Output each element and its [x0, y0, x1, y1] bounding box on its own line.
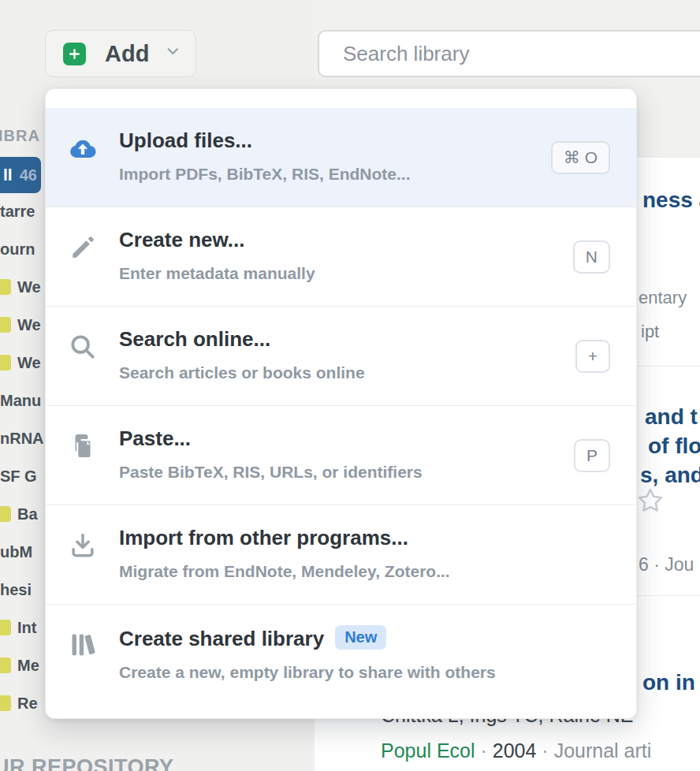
search-input[interactable]	[318, 30, 700, 77]
library-icon	[68, 630, 98, 660]
menu-item-subtitle: Migrate from EndNote, Mendeley, Zotero..…	[119, 562, 450, 581]
sidebar-item-journals[interactable]: ourn	[0, 239, 35, 259]
sidebar-item-manuscripts[interactable]: Manu	[0, 390, 41, 411]
paper-year: 2004	[493, 739, 537, 762]
menu-item-title: Upload files...	[119, 128, 252, 152]
folder-icon	[0, 657, 11, 673]
shortcut-badge: +	[575, 340, 610, 373]
download-icon	[68, 531, 98, 561]
sidebar-item-mrna[interactable]: nRNA	[0, 428, 44, 449]
paper-title[interactable]: ness a	[642, 188, 700, 213]
sidebar-item-folder[interactable]: Int	[0, 617, 36, 638]
sidebar-item-folder[interactable]: Ba	[0, 504, 38, 524]
paper-title[interactable]: on in	[642, 670, 695, 695]
pencil-icon	[68, 233, 98, 263]
sidebar-item-folder[interactable]: Me	[0, 655, 39, 676]
menu-item-title: Create new...	[119, 228, 244, 251]
menu-item-create-shared-library[interactable]: Create shared libraryNew Create a new, e…	[46, 605, 636, 719]
paper-meta: 6 · Jou	[639, 554, 694, 575]
cloud-upload-icon	[68, 133, 98, 163]
menu-item-search-online[interactable]: Search online... Search articles or book…	[46, 307, 636, 406]
plus-icon	[63, 43, 86, 65]
menu-item-subtitle: Paste BibTeX, RIS, URLs, or identifiers	[119, 463, 423, 482]
shortcut-badge: N	[573, 240, 610, 274]
sidebar-item-starred[interactable]: tarre	[0, 201, 35, 222]
sidebar-item-label: We	[17, 278, 41, 296]
sidebar-item-label: We	[17, 316, 41, 334]
sidebar-item-folder[interactable]: We	[0, 352, 41, 373]
sidebar-item-label: SF G	[0, 467, 37, 486]
paper-title[interactable]: s, and	[640, 463, 700, 488]
search-icon	[68, 332, 98, 362]
paper-meta: entary	[639, 288, 687, 308]
folder-icon	[0, 695, 11, 711]
sidebar-item-label: ubM	[0, 543, 32, 561]
sidebar-item-folder[interactable]: We	[0, 277, 41, 297]
menu-item-create-new[interactable]: Create new... Enter metadata manually N	[46, 207, 636, 307]
sidebar-item-label: ourn	[0, 240, 35, 259]
chevron-down-icon	[165, 43, 181, 64]
sidebar-item-folder[interactable]: Re	[0, 693, 38, 713]
sidebar-repository-header: UR REPOSITORY	[0, 755, 174, 771]
folder-icon	[0, 355, 11, 371]
shortcut-badge: ⌘ O	[551, 141, 610, 174]
star-icon[interactable]	[635, 486, 665, 516]
menu-item-subtitle: Search articles or books online	[119, 363, 365, 382]
paper-title[interactable]: and t	[645, 404, 698, 430]
folder-icon	[0, 317, 11, 333]
journal-name[interactable]: Popul Ecol	[381, 739, 475, 762]
menu-item-title: Import from other programs...	[119, 526, 408, 549]
sidebar-item-pubmed[interactable]: ubM	[0, 542, 32, 562]
sidebar-item-label: nRNA	[0, 430, 44, 448]
folder-icon	[0, 279, 11, 295]
menu-item-upload-files[interactable]: Upload files... Import PDFs, BibTeX, RIS…	[46, 108, 636, 207]
menu-item-subtitle: Enter metadata manually	[119, 264, 315, 283]
paper-meta: ipt	[641, 322, 659, 342]
sidebar-item-label: Manu	[0, 392, 41, 410]
sidebar-item-label: Int	[17, 619, 36, 637]
sidebar-item-all-selected[interactable]: ll 46	[0, 157, 41, 193]
paper-type: Journal arti	[554, 739, 652, 762]
sidebar-item-nsf-grant[interactable]: SF G	[0, 466, 37, 486]
sidebar-item-label: hesi	[0, 581, 32, 599]
separator-dot: ·	[480, 739, 486, 762]
add-button[interactable]: Add	[45, 30, 196, 77]
separator-dot: ·	[542, 739, 548, 762]
new-badge: New	[335, 625, 386, 650]
sidebar-item-label: tarre	[0, 203, 35, 221]
clipboard-icon	[68, 431, 98, 461]
menu-item-title: Create shared library	[119, 627, 324, 650]
sidebar-item-label: We	[17, 354, 41, 372]
sidebar-item-thesis[interactable]: hesi	[0, 579, 32, 600]
menu-item-paste[interactable]: Paste... Paste BibTeX, RIS, URLs, or ide…	[46, 406, 636, 505]
sidebar-item-label: Re	[17, 695, 38, 713]
sidebar-item-label: Me	[17, 657, 39, 675]
item-count-badge: 46	[20, 166, 37, 184]
menu-item-import-programs[interactable]: Import from other programs... Migrate fr…	[46, 505, 636, 605]
sidebar-item-folder[interactable]: We	[0, 315, 41, 335]
menu-item-subtitle: Import PDFs, BibTeX, RIS, EndNote...	[119, 165, 410, 184]
menu-item-title: Search online...	[119, 327, 270, 351]
paper-title[interactable]: of flo	[648, 434, 700, 459]
menu-item-subtitle: Create a new, empty library to share wit…	[119, 663, 496, 682]
sidebar-item-label: ll	[3, 166, 13, 184]
menu-item-title: Paste...	[119, 426, 191, 450]
folder-icon	[0, 620, 11, 635]
shortcut-badge: P	[574, 439, 610, 472]
sidebar-item-label: Ba	[17, 505, 38, 523]
paper-venue-line: Popul Ecol · 2004 · Journal arti	[381, 739, 651, 762]
sidebar-section-header: IBRA	[0, 127, 40, 145]
add-button-label: Add	[105, 41, 149, 67]
folder-icon	[0, 506, 11, 522]
add-dropdown-menu: Upload files... Import PDFs, BibTeX, RIS…	[45, 88, 637, 719]
